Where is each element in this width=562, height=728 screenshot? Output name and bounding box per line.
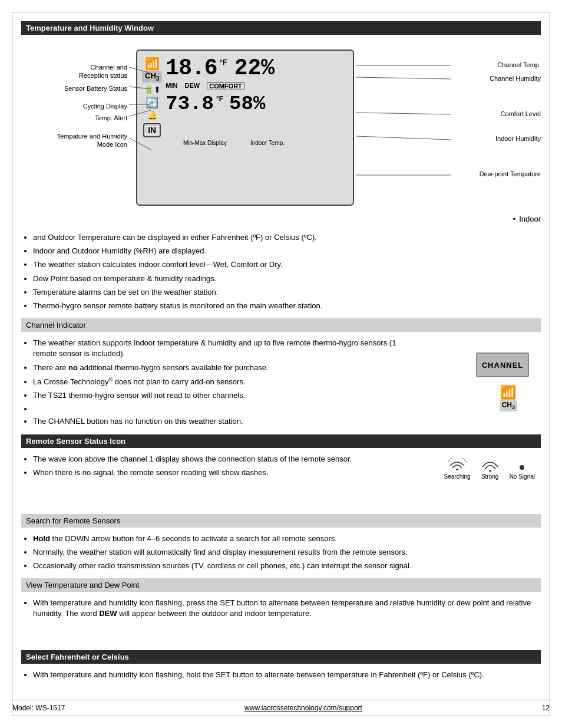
- ch-badge: CH3: [142, 71, 162, 83]
- indoor-temp-unit: °F: [216, 95, 223, 103]
- bullet-humidity: Indoor and Outdoor Humidity (%RH) are di…: [33, 246, 541, 256]
- bullet-fahrenheit-celsius: and Outdoor Temperature can be displayed…: [33, 232, 541, 243]
- signal-icons-group: Searching Strong No Signal: [444, 454, 535, 480]
- svg-line-8: [356, 136, 451, 140]
- no-signal-label: No Signal: [510, 473, 535, 480]
- indoor-temp-display: 73.8: [166, 93, 214, 115]
- remote-bullet-2: When there is no signal, the remote sens…: [33, 467, 395, 478]
- svg-point-13: [489, 470, 491, 472]
- svg-line-10: [448, 457, 452, 462]
- ch3-label: CH3: [500, 400, 517, 411]
- section-header-view-temp-dew: View Temperature and Dew Point: [21, 578, 541, 592]
- fahrenheit-bullets: With temperature and humidity icon flash…: [21, 670, 541, 680]
- wifi-signal-icon: 📶: [145, 58, 160, 70]
- bullet-dew-point: Dew Point based on temperature & humidit…: [33, 274, 541, 284]
- outdoor-temp-display: 18.6: [166, 55, 217, 81]
- channel-button[interactable]: CHANNEL: [476, 353, 529, 377]
- section-header-temp-humidity: Temperature and Humidity Window: [21, 21, 541, 35]
- diagram-area: Channel andReception status Sensor Batte…: [21, 41, 541, 229]
- cycling-icon: 🔄: [146, 96, 158, 109]
- comfort-label: COMFORT: [207, 82, 244, 90]
- fahrenheit-bullet-1: With temperature and humidity icon flash…: [33, 670, 541, 680]
- in-mode-badge: IN: [143, 123, 161, 137]
- strong-icon: [481, 455, 499, 473]
- remote-sensor-bullets: The wave icon above the channel 1 displa…: [21, 454, 395, 478]
- callout-channel-temp: Channel Temp.: [497, 61, 541, 68]
- footer-model: Model: WS-1517: [12, 704, 65, 712]
- indoor-bullet: •Indoor: [513, 215, 541, 223]
- section-header-search-remote: Search for Remote Sensors: [21, 514, 541, 528]
- section-header-channel: Channel Indicator: [21, 318, 541, 332]
- callout-indoor-humidity: Indoor Humidity: [495, 135, 541, 142]
- no-signal-dot-icon: [520, 465, 524, 470]
- bullet-comfort: The weather station calculates indoor co…: [33, 259, 541, 270]
- search-bullet-2: Normally, the weather station will autom…: [33, 547, 541, 558]
- callout-dewpoint-temp: Dew-point Tempature: [480, 170, 541, 177]
- searching-label: Searching: [444, 473, 471, 480]
- footer-url[interactable]: www.lacrossetechnology.com/support: [244, 704, 362, 712]
- page-container: Temperature and Humidity Window Channel …: [12, 12, 550, 716]
- channel-bullet-5: The CHANNEL button has no function on th…: [33, 416, 411, 427]
- svg-line-6: [356, 77, 451, 79]
- search-remote-bullets: Hold the DOWN arrow button for 4–6 secon…: [21, 533, 541, 572]
- remote-sensor-section: The wave icon above the channel 1 displa…: [21, 454, 541, 507]
- strong-label: Strong: [481, 473, 498, 480]
- svg-point-12: [456, 469, 458, 470]
- battery-icon: 🔋⬆: [144, 85, 161, 94]
- svg-line-11: [462, 457, 467, 462]
- section-header-remote-sensor: Remote Sensor Status Icon: [21, 434, 541, 448]
- alert-icon: 🔔: [147, 110, 157, 120]
- footer-page-number: 12: [542, 704, 550, 712]
- svg-line-7: [356, 113, 451, 114]
- view-temp-bullet-1: With temperature and humidity icon flash…: [33, 598, 541, 619]
- callout-channel-reception: Channel andReception status: [21, 63, 127, 80]
- temp-humidity-bullets: and Outdoor Temperature can be displayed…: [21, 232, 541, 311]
- ch3-display-icon: 📶 CH3: [500, 385, 517, 411]
- search-bullet-1: Hold the DOWN arrow button for 4–6 secon…: [33, 533, 541, 544]
- dew-label: DEW: [185, 82, 200, 90]
- wifi-ch-icon: 📶: [500, 385, 516, 400]
- channel-bullet-2: There are no additional thermo-hygro sen…: [33, 363, 411, 373]
- callout-channel-humidity: Channel Humidity: [490, 75, 541, 82]
- searching-icon: [447, 454, 468, 473]
- channel-bullet-1: The weather station supports indoor temp…: [33, 338, 411, 359]
- signal-no-signal: No Signal: [510, 465, 535, 480]
- callout-temp-alert: Temp. Alert: [21, 114, 127, 121]
- outdoor-temp-unit: °F: [220, 58, 227, 67]
- footer: Model: WS-1517 www.lacrossetechnology.co…: [12, 700, 550, 716]
- bullet-battery-status: Thermo-hygro sensor remote battery statu…: [33, 301, 541, 311]
- view-temp-bullets: With temperature and humidity icon flash…: [21, 598, 541, 619]
- callout-cycling-display: Cycling Display: [21, 103, 127, 110]
- display-unit: 📶 CH3 🔋⬆ 🔄 🔔 IN 18.6 °F: [136, 50, 354, 206]
- indoor-humidity-display: 58%: [229, 93, 265, 115]
- callout-mode-icon: Tempature and HumidityMode Icon: [21, 132, 127, 149]
- remote-bullet-1: The wave icon above the channel 1 displa…: [33, 454, 395, 465]
- min-max-label: Min-Max Display: [183, 140, 227, 146]
- min-label: MIN: [166, 82, 177, 90]
- outdoor-humidity-display: 22%: [234, 55, 275, 81]
- spacer: [21, 627, 541, 650]
- section-header-select-fahrenheit: Select Fahrenheit or Celsius: [21, 650, 541, 664]
- signal-searching: Searching: [444, 454, 471, 480]
- callout-sensor-battery: Sensor Battery Status: [21, 85, 127, 92]
- bullet-alarms: Temperature alarms can be set on the wea…: [33, 287, 541, 298]
- channel-bullet-4: The TS21 thermo-hygro sensor will not re…: [33, 390, 411, 401]
- signal-strong: Strong: [481, 455, 499, 480]
- channel-bullets: The weather station supports indoor temp…: [21, 338, 411, 427]
- indoor-temp-label: Indoor Temp.: [250, 140, 285, 146]
- channel-section: The weather station supports indoor temp…: [21, 338, 541, 427]
- search-bullet-3: Occasionally other radio transmission so…: [33, 561, 541, 571]
- channel-bullet-empty: [33, 404, 411, 413]
- channel-bullet-3: La Crosse Technology® does not plan to c…: [33, 376, 411, 388]
- callout-comfort-level: Comfort Level: [501, 110, 541, 117]
